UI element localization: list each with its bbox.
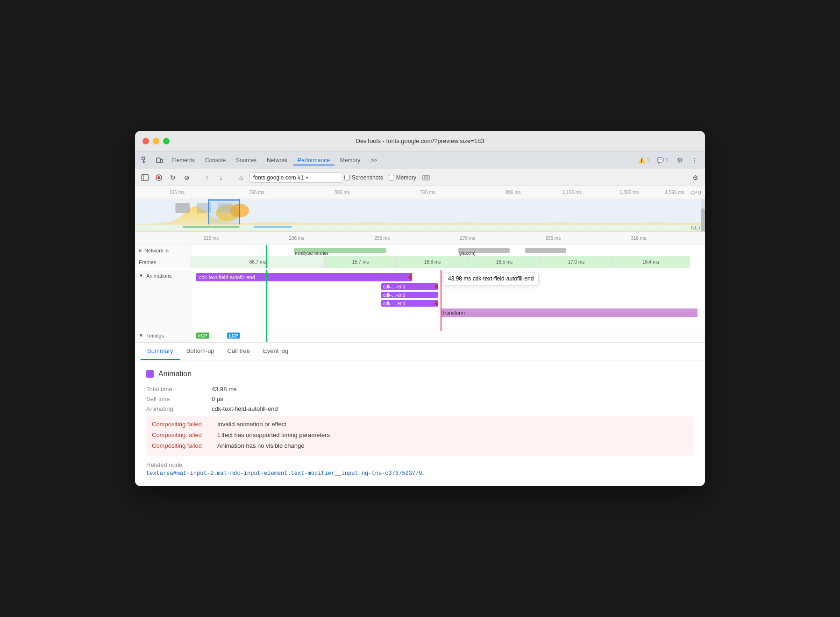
timeline-cursor-line xyxy=(266,245,267,256)
more-options-icon[interactable]: ⋮ xyxy=(688,154,701,167)
record-icon[interactable] xyxy=(153,172,165,184)
ruler-196ms: 196 ms xyxy=(169,190,185,195)
anim-sub-bar-3[interactable]: cdk-...-end xyxy=(381,300,438,307)
warning-badge[interactable]: ⚠️ 1 xyxy=(635,156,653,165)
svg-rect-16 xyxy=(175,203,190,213)
warning-count: 1 xyxy=(647,157,650,164)
timings-cursor-line xyxy=(266,329,267,342)
memory-checkbox[interactable]: Memory xyxy=(389,174,416,181)
home-icon[interactable]: ⌂ xyxy=(235,172,247,184)
tab-event-log[interactable]: Event log xyxy=(256,343,295,360)
tab-network[interactable]: Network xyxy=(262,155,292,165)
tab-sources[interactable]: Sources xyxy=(231,155,261,165)
tab-console[interactable]: Console xyxy=(200,155,230,165)
animations-expand-icon[interactable]: ▼ xyxy=(139,273,143,278)
settings-icon[interactable]: ⚙ xyxy=(673,154,686,167)
clear-icon[interactable]: ⊘ xyxy=(181,172,193,184)
overview-scrollbar[interactable] xyxy=(701,199,705,231)
animations-row-label: ▼ Animations xyxy=(135,270,191,331)
url-bar[interactable]: fonts.google.com #1 ▾ xyxy=(249,172,342,183)
ruler2-276ms: 276 ms xyxy=(460,236,475,241)
network-row-content[interactable]: FamilySummaries gle.com) xyxy=(191,245,705,256)
performance-toolbar: ↻ ⊘ ↑ ↓ ⌂ fonts.google.com #1 ▾ Screensh… xyxy=(135,169,705,186)
tab-performance[interactable]: Performance xyxy=(293,155,335,165)
frame-4[interactable]: 16.5 ms xyxy=(469,256,541,268)
compositing-fail-label-1: Compositing failed xyxy=(152,421,217,428)
screenshots-label: Screenshots xyxy=(352,174,383,181)
network-bar-3[interactable] xyxy=(525,248,566,253)
related-node-link[interactable]: textarea#mat-input-2.mat-mdc-input-eleme… xyxy=(146,470,694,477)
anim-transform-bar[interactable]: transform xyxy=(441,308,698,317)
warning-icon: ⚠️ xyxy=(638,157,645,164)
timings-row-content[interactable]: FCP LCP xyxy=(191,329,705,342)
animating-row: Animating cdk-text-field-autofill-end xyxy=(146,405,694,412)
frame-1[interactable]: 66.7 ms xyxy=(191,256,325,268)
frames-cursor-line xyxy=(266,256,267,268)
fcp-badge[interactable]: FCP xyxy=(196,332,209,338)
network-bar-family[interactable]: FamilySummaries xyxy=(294,248,386,253)
ruler2-236ms: 236 ms xyxy=(289,236,304,241)
network-expand-icon[interactable]: ▶ xyxy=(139,248,142,253)
compositing-fail-label-2: Compositing failed xyxy=(152,431,217,438)
bottom-tab-bar: Summary Bottom-up Call tree Event log xyxy=(135,343,705,360)
ruler-996ms: 996 ms xyxy=(505,190,521,195)
tab-call-tree[interactable]: Call tree xyxy=(221,343,256,360)
anim-sub-bar-1[interactable]: cdk-...-end xyxy=(381,283,438,290)
anim-bar-main[interactable]: cdk-text-field-autofill-end xyxy=(196,273,412,281)
anim-sub-flag-1 xyxy=(434,283,438,290)
svg-rect-24 xyxy=(183,226,240,228)
anim-bar-main-text: cdk-text-field-autofill-end xyxy=(196,274,255,280)
ruler2-316ms: 316 ms xyxy=(631,236,646,241)
ruler-596ms: 596 ms xyxy=(335,190,350,195)
timings-expand-icon[interactable]: ▼ xyxy=(139,333,143,338)
download-icon[interactable]: ↓ xyxy=(215,172,227,184)
memory-check-input[interactable] xyxy=(389,175,394,180)
lcp-badge[interactable]: LCP xyxy=(227,332,240,338)
refresh-icon[interactable]: ↻ xyxy=(167,172,179,184)
svg-point-8 xyxy=(157,176,160,179)
screenshots-check-input[interactable] xyxy=(344,175,350,180)
memory-icon[interactable] xyxy=(420,172,432,184)
timings-label: Timings xyxy=(146,333,164,338)
info-badge[interactable]: 💬 1 xyxy=(654,156,671,165)
animations-row-content[interactable]: cdk-text-field-autofill-end cdk-...-end … xyxy=(191,270,705,331)
compositing-error-3: Compositing failed Animation has no visi… xyxy=(152,441,688,450)
frame-2[interactable]: 15.7 ms xyxy=(325,256,397,268)
frame-3[interactable]: 16.8 ms xyxy=(397,256,469,268)
settings-gear-icon[interactable]: ⚙ xyxy=(689,172,701,184)
animation-icon xyxy=(146,370,154,378)
anim-bar-flag xyxy=(408,273,412,281)
network-bar-family-text: FamilySummaries xyxy=(294,251,328,256)
svg-rect-3 xyxy=(157,158,160,163)
tab-summary[interactable]: Summary xyxy=(141,343,180,360)
toolbar-separator-2 xyxy=(231,173,231,182)
anim-sub-bar-2[interactable]: cdk-...-end xyxy=(381,292,438,298)
device-toggle-icon[interactable] xyxy=(153,154,166,167)
upload-icon[interactable]: ↑ xyxy=(201,172,213,184)
overview-chart[interactable]: NET xyxy=(135,199,705,232)
tab-elements[interactable]: Elements xyxy=(167,155,199,165)
network-row: ▶ Network :s FamilySummaries gle.com) xyxy=(135,245,705,256)
url-dropdown-icon[interactable]: ▾ xyxy=(306,174,308,181)
minimize-button[interactable] xyxy=(153,138,159,144)
ruler-396ms: 396 ms xyxy=(249,190,264,195)
frames-row-content[interactable]: 66.7 ms 15.7 ms 16.8 ms 16.5 ms 17.0 ms … xyxy=(191,256,705,268)
toolbar-separator-1 xyxy=(197,173,197,182)
svg-rect-22 xyxy=(209,199,240,201)
compositing-error-1: Compositing failed Invalid animation or … xyxy=(152,420,688,429)
tab-overflow[interactable]: >> xyxy=(366,155,382,165)
tab-bottom-up[interactable]: Bottom-up xyxy=(180,343,221,360)
maximize-button[interactable] xyxy=(163,138,170,144)
compositing-fail-value-1: Invalid animation or effect xyxy=(217,421,286,428)
self-time-label: Self time xyxy=(146,395,212,402)
compositing-fail-value-2: Effect has unsupported timing parameters xyxy=(217,431,330,438)
select-element-icon[interactable] xyxy=(139,154,152,167)
sidebar-toggle-icon[interactable] xyxy=(139,172,151,184)
screenshots-checkbox[interactable]: Screenshots xyxy=(344,174,383,181)
frame-5[interactable]: 17.0 ms xyxy=(541,256,612,268)
network-bar-google[interactable]: gle.com) xyxy=(458,248,510,253)
close-button[interactable] xyxy=(142,138,149,144)
lcp-text: LCP xyxy=(229,333,238,338)
tab-memory[interactable]: Memory xyxy=(335,155,365,165)
frame-6[interactable]: 16.4 ms xyxy=(612,256,690,268)
